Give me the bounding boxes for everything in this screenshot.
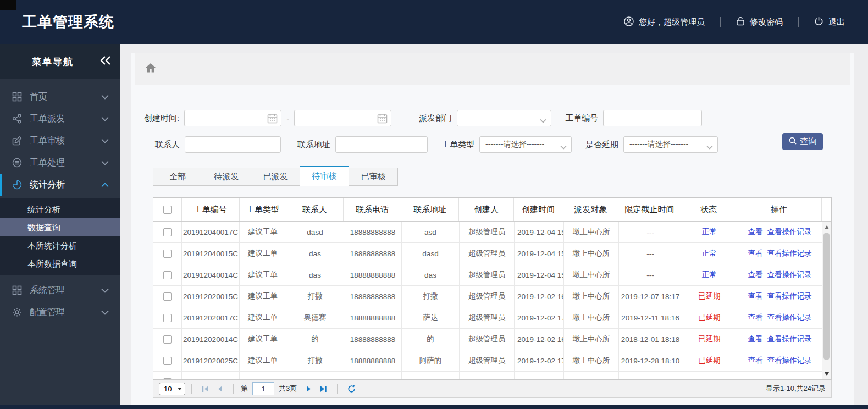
home-icon[interactable] — [145, 63, 156, 75]
sidebar-item-statistics[interactable]: 统计分析 — [0, 174, 120, 196]
tab-to-dispatch[interactable]: 待派发 — [202, 168, 251, 186]
query-button[interactable]: 查询 — [782, 133, 823, 150]
create-time-label: 创建时间: — [144, 113, 179, 124]
row-checkbox[interactable] — [163, 314, 172, 322]
records-summary: 显示1-10,共24记录 — [766, 384, 826, 394]
created-time: 2019-12-02 16 — [517, 292, 564, 301]
calendar-icon[interactable] — [377, 113, 388, 125]
view-link[interactable]: 查看 — [748, 291, 763, 301]
created-time: 2019-12-04 15 — [517, 228, 564, 236]
user-greeting[interactable]: 您好，超级管理员 — [624, 16, 705, 28]
view-link[interactable]: 查看 — [748, 270, 763, 280]
view-log-link[interactable]: 查看操作记录 — [767, 270, 812, 280]
row-checkbox[interactable] — [163, 357, 172, 365]
dispatch-dept-select[interactable] — [457, 110, 551, 126]
order-type: 建议工单 — [248, 313, 278, 323]
chevron-down-icon — [101, 307, 109, 317]
range-separator: - — [286, 114, 289, 123]
view-link[interactable]: 查看 — [748, 227, 763, 237]
phone: 18888888888 — [350, 271, 396, 279]
contact: das — [309, 271, 321, 279]
sidebar-item-process[interactable]: 工单处理 — [0, 152, 120, 174]
last-page-button[interactable] — [319, 385, 327, 393]
contact-input[interactable] — [185, 136, 281, 153]
divider — [720, 17, 721, 27]
tab-dispatched[interactable]: 已派发 — [251, 168, 300, 186]
row-checkbox[interactable] — [163, 335, 172, 344]
divider — [191, 384, 192, 394]
submenu-item-data-query[interactable]: 数据查询 — [0, 218, 120, 236]
view-link[interactable]: 查看 — [748, 313, 763, 323]
view-log-link[interactable]: 查看操作记录 — [767, 227, 812, 237]
scroll-up-arrow[interactable] — [825, 225, 829, 229]
view-log-link[interactable]: 查看操作记录 — [767, 291, 812, 301]
submenu-item-office-data-query[interactable]: 本所数据查询 — [0, 255, 120, 273]
sidebar-item-home[interactable]: 首页 — [0, 86, 120, 108]
view-link[interactable]: 查看 — [748, 356, 763, 366]
table-header-row: 工单编号 工单类型 联系人 联系电话 联系地址 创建人 创建时间 派发对象 限定… — [153, 198, 831, 222]
order-type-label: 工单类型 — [441, 140, 474, 150]
table-row-partial — [153, 372, 823, 379]
tab-to-review[interactable]: 待审核 — [300, 166, 349, 186]
tab-all[interactable]: 全部 — [153, 168, 202, 186]
page-size-select[interactable]: 10 — [159, 383, 185, 395]
status-badge: 已延期 — [698, 334, 721, 344]
calendar-icon[interactable] — [267, 113, 278, 125]
total-pages: 共3页 — [279, 384, 297, 394]
contact: das — [309, 250, 321, 258]
scroll-down-arrow[interactable] — [825, 372, 829, 376]
sidebar-item-system[interactable]: 系统管理 — [0, 279, 120, 301]
sidebar-item-config[interactable]: 配置管理 — [0, 301, 120, 323]
select-all-checkbox[interactable] — [163, 206, 172, 214]
deadline: --- — [646, 228, 654, 236]
view-log-link[interactable]: 查看操作记录 — [767, 248, 812, 258]
chevron-down-icon — [101, 285, 109, 295]
row-checkbox[interactable] — [163, 228, 172, 236]
next-page-button[interactable] — [306, 385, 312, 393]
search-icon — [789, 137, 797, 146]
row-checkbox[interactable] — [163, 378, 172, 380]
contact: 打撒 — [308, 356, 323, 366]
first-page-button[interactable] — [202, 385, 209, 393]
sidebar-item-review[interactable]: 工单审核 — [0, 130, 120, 152]
row-checkbox[interactable] — [163, 271, 172, 279]
view-log-link[interactable]: 查看操作记录 — [767, 334, 812, 344]
footer-strip — [0, 405, 868, 409]
refresh-icon[interactable] — [347, 385, 356, 393]
order-type: 建议工单 — [248, 334, 278, 344]
change-password-button[interactable]: 修改密码 — [736, 16, 783, 27]
view-log-link[interactable]: 查看操作记录 — [767, 313, 812, 323]
order-no-label: 工单编号 — [565, 113, 598, 124]
view-link[interactable]: 查看 — [748, 334, 763, 344]
logout-button[interactable]: 退出 — [814, 16, 845, 27]
dispatch-target: 墩上中心所 — [573, 227, 610, 237]
pie-chart-icon — [12, 180, 23, 190]
collapse-sidebar-icon[interactable] — [100, 56, 111, 67]
delay-select[interactable]: -------请选择------- — [623, 136, 718, 153]
prev-page-button[interactable] — [217, 385, 223, 393]
created-time: 2019-12-02 16 — [517, 335, 564, 344]
create-time-end-input[interactable] — [294, 110, 391, 126]
corner-artifact — [0, 0, 16, 10]
create-time-start-input[interactable] — [184, 110, 281, 126]
table-row: 201912020015C建议工单打撒18888888888打撒超级管理员201… — [153, 286, 823, 307]
view-link[interactable]: 查看 — [748, 248, 763, 258]
vertical-scrollbar[interactable] — [822, 222, 831, 379]
row-checkbox[interactable] — [163, 292, 172, 301]
submenu-item-office-statistics[interactable]: 本所统计分析 — [0, 236, 120, 255]
address-input[interactable] — [335, 136, 428, 153]
chevron-down-icon — [101, 114, 109, 124]
tab-reviewed[interactable]: 已审核 — [349, 168, 398, 186]
order-no-input[interactable] — [603, 110, 702, 126]
view-log-link[interactable]: 查看操作记录 — [767, 356, 812, 366]
power-icon — [814, 16, 823, 27]
app-title: 工单管理系统 — [22, 12, 114, 32]
row-checkbox[interactable] — [163, 250, 172, 258]
submenu-item-statistics[interactable]: 统计分析 — [0, 200, 120, 218]
creator: 超级管理员 — [468, 313, 506, 323]
sidebar-item-dispatch[interactable]: 工单派发 — [0, 108, 120, 130]
scrollbar-thumb[interactable] — [823, 233, 830, 360]
order-type-select[interactable]: -------请选择------- — [479, 136, 572, 153]
chevron-up-icon — [101, 180, 109, 190]
page-number-input[interactable]: 1 — [252, 382, 274, 395]
